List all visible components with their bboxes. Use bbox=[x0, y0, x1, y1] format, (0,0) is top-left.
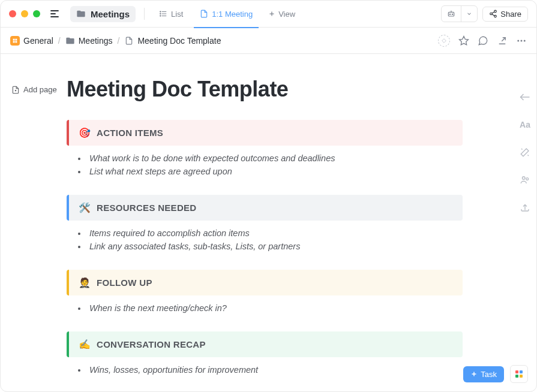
svg-rect-21 bbox=[15, 38, 17, 40]
minimize-window[interactable] bbox=[21, 10, 28, 17]
svg-point-16 bbox=[490, 13, 493, 15]
share-label: Share bbox=[500, 10, 521, 19]
doc-icon bbox=[200, 10, 208, 18]
maximize-window[interactable] bbox=[33, 10, 40, 17]
list-item[interactable]: Link any associated tasks, sub-tasks, Li… bbox=[87, 240, 463, 253]
list-item[interactable]: When is the next meeting/check in? bbox=[87, 301, 463, 315]
folder-icon bbox=[76, 9, 86, 19]
add-page-button[interactable]: Add page bbox=[11, 85, 57, 94]
svg-rect-20 bbox=[13, 38, 15, 40]
more-icon[interactable] bbox=[516, 35, 527, 46]
recap-list[interactable]: Wins, losses, opportunities for improvem… bbox=[79, 363, 463, 376]
svg-line-19 bbox=[492, 14, 494, 16]
plus-icon bbox=[268, 10, 275, 17]
space-icon bbox=[10, 36, 20, 46]
export-icon[interactable] bbox=[518, 201, 532, 214]
callout-heading: ACTION ITEMS bbox=[97, 128, 163, 138]
callout-action-items[interactable]: 🎯 ACTION ITEMS bbox=[67, 120, 463, 146]
svg-rect-22 bbox=[13, 41, 15, 43]
callout-followup[interactable]: 🤵 FOLLOW UP bbox=[67, 270, 463, 295]
callout-heading: RESOURCES NEEDED bbox=[97, 203, 197, 213]
topbar-actions: Share bbox=[441, 5, 528, 22]
task-label: Task bbox=[481, 370, 497, 379]
add-page-label: Add page bbox=[23, 85, 57, 94]
svg-point-17 bbox=[494, 15, 497, 17]
add-view-label: View bbox=[278, 10, 295, 19]
resources-list[interactable]: Items required to accomplish action item… bbox=[79, 227, 463, 253]
share-icon bbox=[489, 10, 497, 18]
svg-line-18 bbox=[492, 12, 494, 13]
close-window[interactable] bbox=[9, 10, 16, 17]
sidebar-toggle-icon[interactable] bbox=[49, 8, 61, 20]
svg-rect-23 bbox=[15, 41, 17, 43]
writing-emoji: ✍️ bbox=[79, 339, 91, 350]
callout-resources[interactable]: 🛠️ RESOURCES NEEDED bbox=[67, 195, 463, 221]
doc-actions bbox=[438, 35, 527, 47]
right-rail: Aa bbox=[518, 91, 532, 214]
automation-dropdown[interactable] bbox=[441, 5, 478, 22]
person-emoji: 🤵 bbox=[79, 277, 91, 288]
add-view-button[interactable]: View bbox=[263, 10, 300, 19]
svg-point-28 bbox=[521, 40, 523, 41]
document-body[interactable]: Meeting Doc Template 🎯 ACTION ITEMS What… bbox=[67, 77, 463, 376]
svg-point-36 bbox=[526, 178, 529, 180]
crumb-folder[interactable]: Meetings bbox=[65, 36, 113, 46]
comment-icon[interactable] bbox=[478, 35, 488, 46]
tab-label: 1:1 Meeting bbox=[212, 10, 253, 19]
window-controls bbox=[9, 10, 40, 17]
tab-meeting[interactable]: 1:1 Meeting bbox=[194, 1, 259, 28]
svg-point-8 bbox=[160, 16, 161, 16]
new-task-button[interactable]: Task bbox=[463, 366, 504, 382]
svg-point-35 bbox=[523, 177, 526, 180]
wand-icon[interactable] bbox=[518, 146, 532, 159]
top-bar: Meetings List 1:1 Meeting View bbox=[1, 1, 536, 28]
floating-actions: Task bbox=[463, 365, 528, 383]
list-item[interactable]: Items required to accomplish action item… bbox=[87, 227, 463, 240]
download-icon[interactable] bbox=[497, 35, 508, 46]
list-item[interactable]: What work is to be done with expected ou… bbox=[87, 152, 463, 165]
callout-recap[interactable]: ✍️ CONVERSATION RECAP bbox=[67, 331, 463, 357]
tools-emoji: 🛠️ bbox=[79, 202, 91, 213]
crumb-label: Meetings bbox=[79, 36, 113, 46]
main-content: Add page Meeting Doc Template 🎯 ACTION I… bbox=[1, 54, 536, 391]
crumb-label: General bbox=[23, 36, 53, 46]
svg-line-34 bbox=[528, 155, 529, 156]
action-items-list[interactable]: What work is to be done with expected ou… bbox=[79, 152, 463, 178]
svg-point-15 bbox=[494, 10, 497, 13]
list-item[interactable]: Wins, losses, opportunities for improvem… bbox=[87, 363, 463, 376]
svg-point-29 bbox=[524, 40, 526, 41]
folder-chip[interactable]: Meetings bbox=[70, 6, 136, 22]
tab-list[interactable]: List bbox=[153, 1, 189, 28]
add-page-icon bbox=[11, 86, 20, 94]
tag-icon[interactable] bbox=[438, 35, 450, 47]
font-icon[interactable]: Aa bbox=[518, 118, 532, 131]
svg-point-13 bbox=[452, 14, 453, 14]
chevron-down-icon bbox=[461, 6, 477, 22]
crumb-doc[interactable]: Meeting Doc Template bbox=[124, 36, 221, 46]
doc-title[interactable]: Meeting Doc Template bbox=[67, 77, 463, 102]
folder-icon bbox=[65, 36, 75, 46]
tab-label: List bbox=[171, 10, 183, 19]
width-icon[interactable] bbox=[518, 91, 532, 104]
list-item[interactable]: List what next steps are agreed upon bbox=[87, 165, 463, 178]
svg-line-33 bbox=[521, 149, 523, 150]
target-emoji: 🎯 bbox=[79, 127, 91, 138]
robot-icon bbox=[442, 6, 461, 22]
star-icon[interactable] bbox=[458, 35, 469, 46]
crumb-label: Meeting Doc Template bbox=[137, 36, 221, 46]
breadcrumb-separator: / bbox=[58, 36, 61, 46]
apps-button[interactable] bbox=[510, 365, 528, 383]
plus-icon bbox=[470, 370, 478, 378]
followup-list[interactable]: When is the next meeting/check in? bbox=[79, 301, 463, 315]
divider bbox=[144, 8, 145, 20]
svg-marker-24 bbox=[460, 36, 469, 44]
svg-line-25 bbox=[502, 37, 505, 41]
apps-icon bbox=[515, 370, 523, 378]
collaborators-icon[interactable] bbox=[518, 173, 532, 186]
crumb-general[interactable]: General bbox=[10, 36, 53, 46]
share-button[interactable]: Share bbox=[482, 7, 528, 22]
breadcrumb-separator: / bbox=[118, 36, 120, 46]
svg-point-27 bbox=[517, 40, 519, 41]
callout-heading: FOLLOW UP bbox=[97, 278, 152, 288]
list-icon bbox=[159, 10, 167, 18]
